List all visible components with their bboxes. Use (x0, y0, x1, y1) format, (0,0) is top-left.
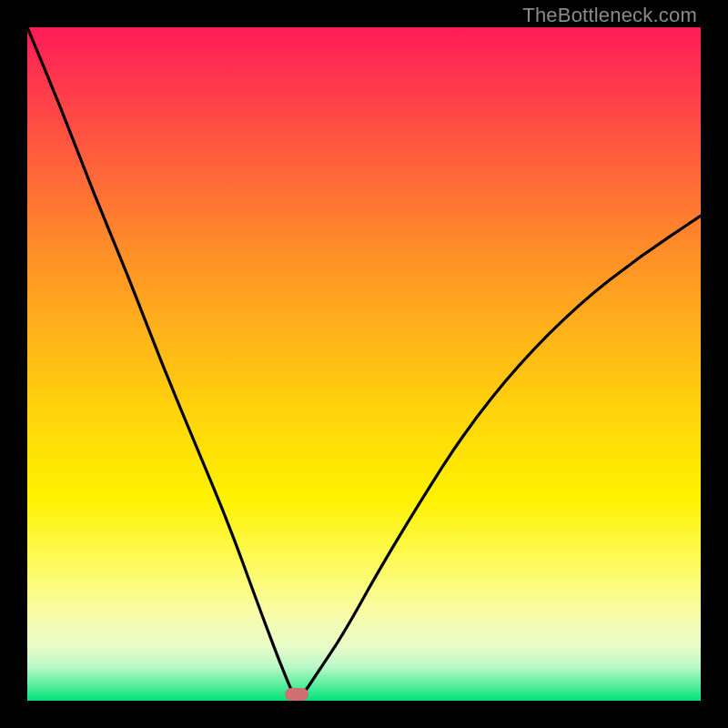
watermark-text: TheBottleneck.com (522, 4, 697, 27)
plot-area (27, 27, 701, 701)
optimal-marker (285, 688, 308, 701)
bottleneck-curve (27, 27, 701, 701)
chart-frame: TheBottleneck.com (0, 0, 728, 728)
curve-path (27, 27, 701, 699)
